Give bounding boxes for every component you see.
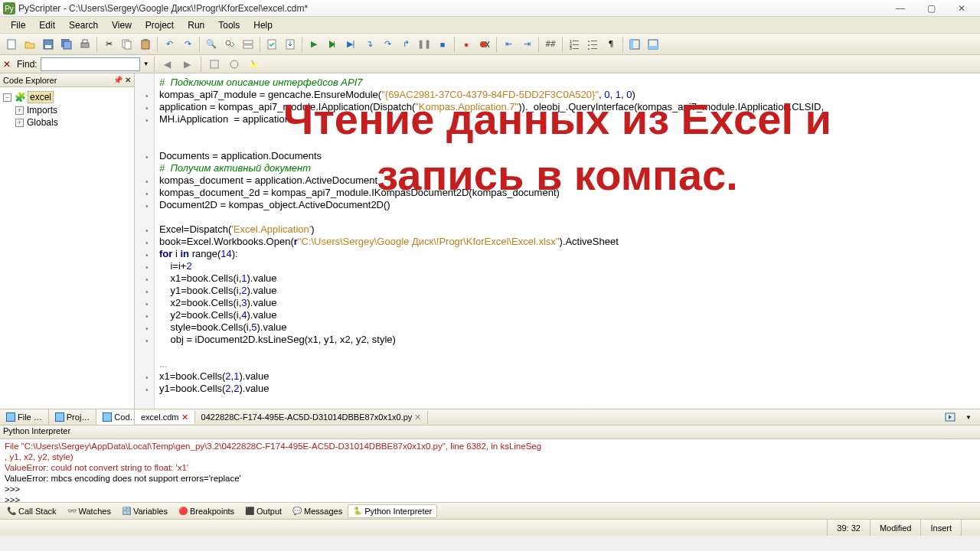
bottom-tab-breakpoints[interactable]: 🔴 Breakpoints [173,504,240,518]
find-dropdown-icon[interactable]: ▼ [143,60,149,67]
menu-search[interactable]: Search [63,18,104,32]
step-out-icon[interactable]: ↱ [397,36,414,53]
svg-rect-31 [591,48,597,49]
run-to-cursor-icon[interactable]: ▶| [342,36,359,53]
stop-icon[interactable]: ■ [434,36,451,53]
tab-close-icon[interactable]: ✕ [414,412,421,422]
debug-icon[interactable] [324,36,341,53]
module-icon: 🧩 [15,92,26,103]
svg-rect-36 [211,60,218,68]
dedent-icon[interactable]: ⇤ [500,36,517,53]
import-module-icon[interactable] [282,36,299,53]
step-into-icon[interactable]: ↴ [361,36,377,53]
bottom-tab-call-stack[interactable]: 📞 Call Stack [2,504,62,518]
replace-icon[interactable] [240,36,256,53]
bottom-tab-output[interactable]: ⬛ Output [240,504,287,518]
pin-icon[interactable]: 📌 ✕ [113,76,131,84]
find-next-icon[interactable]: ▶ [179,57,196,72]
find-close-icon[interactable]: ✕ [3,59,14,70]
side-tab[interactable]: File … [0,409,49,425]
numbered-list-icon[interactable]: 123 [566,36,583,53]
editor-tab[interactable]: excel.cdm ✕ [135,411,195,424]
svg-rect-38 [250,64,258,67]
code-editor[interactable]: # Подключим описание интерфейсов API7kom… [135,73,980,409]
find-label: Find: [17,59,38,70]
layout2-icon[interactable] [645,36,662,53]
undo-icon[interactable]: ↶ [161,36,178,53]
maximize-button[interactable]: ▢ [916,1,946,16]
expand-icon[interactable]: + [15,119,24,127]
bottom-tab-watches[interactable]: 👓 Watches [62,504,116,518]
tab-strip: File … Proj… Cod… excel.cdm ✕ 0422828C-F… [0,409,980,425]
tree-item[interactable]: Imports [27,105,57,116]
svg-rect-25 [573,48,579,49]
print-icon[interactable] [77,36,93,53]
menu-help[interactable]: Help [247,18,279,32]
svg-rect-10 [125,41,131,49]
tree-item[interactable]: Globals [27,117,58,128]
menu-file[interactable]: File [5,18,31,32]
special-chars-icon[interactable]: ¶ [603,36,619,53]
copy-icon[interactable] [119,36,136,53]
expand-icon[interactable]: + [15,106,24,115]
cut-icon[interactable]: ✂ [100,36,117,53]
svg-text:3: 3 [570,46,572,50]
find-prev-icon[interactable]: ◀ [159,57,176,72]
bottom-tab-messages[interactable]: 💬 Messages [287,504,348,518]
interpreter-header: Python Interpreter [0,425,980,439]
pause-icon[interactable]: ❚❚ [416,36,433,53]
side-tab[interactable]: Proj… [49,409,97,425]
side-tab[interactable]: Cod… [96,409,135,425]
save-all-icon[interactable] [58,36,75,53]
paste-icon[interactable] [137,36,154,53]
svg-point-26 [588,41,590,42]
menu-project[interactable]: Project [139,18,180,32]
svg-rect-7 [81,43,89,47]
clear-breakpoints-icon[interactable] [476,36,493,53]
menu-tools[interactable]: Tools [212,18,246,32]
breakpoint-icon[interactable]: ● [458,36,475,53]
editor-gutter [135,73,155,409]
tab-nav-icon[interactable] [942,409,959,425]
run-icon[interactable]: ▶ [305,36,322,53]
tree-root[interactable]: excel [28,91,54,103]
close-button[interactable]: ✕ [946,1,977,16]
bottom-tab-variables[interactable]: 🔣 Variables [116,504,173,518]
tab-list-icon[interactable]: ▼ [960,409,977,425]
minimize-button[interactable]: — [885,1,916,16]
step-over-icon[interactable]: ↷ [379,36,396,53]
comment-icon[interactable]: ## [542,36,559,53]
save-icon[interactable] [40,36,57,53]
svg-rect-29 [591,44,597,45]
tab-close-icon[interactable]: ✕ [181,412,188,422]
find-opt1-icon[interactable] [206,57,223,72]
find-next-icon[interactable] [221,36,238,53]
status-modified: Modified [870,520,921,536]
find-input[interactable] [41,57,140,71]
redo-icon[interactable]: ↷ [179,36,196,53]
code-explorer-tree[interactable]: −🧩 excel +Imports +Globals [0,87,134,132]
code-explorer-panel: Code Explorer 📌 ✕ −🧩 excel +Imports +Glo… [0,73,135,409]
python-interpreter[interactable]: File "C:\Users\Sergey\AppData\Local\Temp… [0,439,980,502]
collapse-icon[interactable]: − [3,93,11,102]
find-opt2-icon[interactable] [226,57,243,72]
bottom-tabs: 📞 Call Stack👓 Watches🔣 Variables🔴 Breakp… [0,502,980,519]
svg-rect-23 [573,44,579,45]
find-highlight-icon[interactable] [246,57,263,72]
status-position: 39: 32 [827,520,870,536]
bullet-list-icon[interactable] [584,36,601,53]
bottom-tab-python-interpreter[interactable]: 🐍 Python Interpreter [348,504,437,518]
editor-tab[interactable]: 0422828C-F174-495E-AC5D-D31014DBBE87x0x1… [195,411,429,424]
new-icon[interactable] [3,36,20,53]
find-icon[interactable]: 🔍 [203,36,220,53]
indent-icon[interactable]: ⇥ [518,36,535,53]
svg-text:Py: Py [5,5,14,13]
menu-view[interactable]: View [106,18,138,32]
syntax-check-icon[interactable] [263,36,280,53]
layout-icon[interactable] [626,36,643,53]
svg-point-37 [230,60,238,68]
open-icon[interactable] [21,36,38,53]
menu-edit[interactable]: Edit [33,18,61,32]
menu-run[interactable]: Run [181,18,211,32]
main-toolbar: ✂ ↶ ↷ 🔍 ▶ ▶| ↴ ↷ ↱ ❚❚ ■ ● ⇤ ⇥ ## 123 ¶ [0,34,980,55]
